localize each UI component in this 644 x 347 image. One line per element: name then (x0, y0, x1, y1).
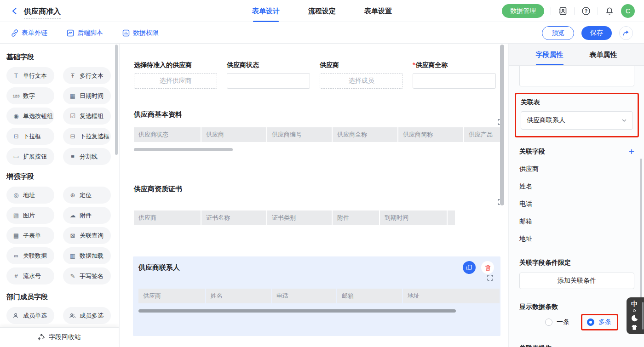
subform-supplier-basic-info[interactable]: 供应商基本资料 供应商状态 供应商 供应商编号 供应商全称 供应商简称 供应产品 (134, 110, 508, 151)
related-field-item[interactable]: 地址 (519, 235, 634, 243)
data-permission-link[interactable]: 数据权限 (122, 29, 159, 37)
field-button-single-line-text[interactable]: T单行文本 (6, 67, 54, 84)
field-button-signature[interactable]: ✎手写签名 (63, 267, 111, 284)
preview-button[interactable]: 预览 (542, 26, 574, 40)
field-button-serial-number[interactable]: #流水号 (6, 267, 54, 284)
field-recycle-bin[interactable]: 字段回收站 (0, 327, 119, 347)
svg-text:?: ? (585, 8, 587, 14)
data-manage-button[interactable]: 数据管理 (502, 4, 544, 18)
field-button-linked-data[interactable]: ∞关联数据 (6, 247, 54, 264)
contact-book-icon[interactable] (558, 6, 568, 16)
field-button-subform[interactable]: ▤子表单 (6, 227, 54, 244)
field-button-datetime[interactable]: ▦日期时间 (63, 87, 111, 104)
save-button[interactable]: 保存 (581, 26, 612, 40)
person-icon (12, 313, 20, 319)
divider-line-icon: ≡ (69, 153, 76, 160)
radio-multiple-label[interactable]: 多条 (598, 318, 611, 326)
floating-input-widget[interactable]: 中 (627, 297, 644, 334)
skin-tshirt-icon[interactable] (631, 324, 638, 330)
field-button-divider-line[interactable]: ≡分割线 (63, 148, 111, 165)
radio-single[interactable] (545, 319, 552, 326)
share-button[interactable] (619, 26, 633, 40)
expand-icon[interactable] (138, 275, 500, 281)
field-button-multi-line-text[interactable]: Ŧ多行文本 (63, 67, 111, 84)
related-field-item[interactable]: 供应商 (519, 165, 634, 173)
mode-dot-icon[interactable] (633, 309, 636, 312)
help-icon[interactable]: ? (581, 6, 591, 16)
tab-flow-setting[interactable]: 流程设定 (308, 0, 336, 22)
field-button-data-load[interactable]: ▥数据加载 (63, 247, 111, 264)
field-button-attachment[interactable]: ☁附件 (63, 207, 111, 224)
linked-data-icon: ∞ (12, 252, 20, 259)
number-icon: 123 (12, 94, 20, 98)
section-title-enhanced-fields: 增强字段 (6, 172, 119, 181)
annotation-rectangle-multiple: 多条 (581, 314, 618, 330)
field-button-address[interactable]: ◎地址 (6, 187, 54, 204)
field-select-supplier-to-admit[interactable]: 选择待准入的供应商 选择供应商 (134, 60, 217, 89)
related-field-item[interactable]: 姓名 (519, 182, 634, 191)
select-supplier-input[interactable]: 选择供应商 (134, 73, 217, 89)
tab-form-setting[interactable]: 表单设置 (364, 0, 392, 22)
language-toggle[interactable]: 中 (631, 301, 638, 307)
radio-single-label[interactable]: 一条 (557, 318, 569, 326)
field-button-linked-query[interactable]: ⊠关联查询 (63, 227, 111, 244)
form-external-link[interactable]: 表单外链 (11, 29, 47, 37)
share-arrow-icon (622, 29, 630, 37)
field-button-member-single[interactable]: 成员单选 (6, 307, 54, 324)
field-button-dropdown[interactable]: ⊡下拉框 (6, 128, 54, 145)
field-button-image[interactable]: ▧图片 (6, 207, 54, 224)
duplicate-button[interactable] (463, 261, 476, 274)
field-supplier-full-name[interactable]: *供应商全称 (413, 60, 496, 89)
subform-supplier-certificates[interactable]: 供应商资质证书 供应商 证书名称 证书类别 附件 到期时间 (134, 184, 508, 225)
canvas-vertical-scrollbar[interactable] (500, 45, 504, 205)
related-table-dropdown[interactable]: 供应商联系人 (521, 111, 633, 130)
radio-multiple[interactable] (587, 319, 594, 326)
annotation-rectangle-related-table: 关联表 供应商联系人 (515, 93, 639, 137)
image-icon: ▧ (12, 212, 20, 219)
backend-script-link[interactable]: 后端脚本 (67, 29, 103, 37)
tab-field-properties[interactable]: 字段属性 (536, 44, 564, 65)
field-supplier-status[interactable]: 供应商状态 (227, 60, 310, 89)
field-button-extend-button[interactable]: ▭扩展按钮 (6, 148, 54, 165)
horizontal-scrollbar[interactable] (138, 309, 456, 313)
subform-table-header: 供应商 姓名 电话 邮箱 地址 (138, 289, 500, 303)
subform-icon: ▤ (12, 232, 20, 239)
panel-vertical-scrollbar[interactable] (640, 159, 642, 298)
field-button-number[interactable]: 123数字 (6, 87, 54, 104)
related-field-item[interactable]: 邮箱 (519, 217, 634, 226)
subform-supplier-contacts-selected[interactable]: 供应商联系人 供应商 姓名 电话 邮箱 地址 (133, 256, 500, 336)
add-related-field-icon[interactable]: + (629, 148, 634, 156)
field-button-checkbox-group[interactable]: ☑复选框组 (63, 108, 111, 125)
tab-form-properties[interactable]: 表单属性 (590, 44, 617, 65)
condition-limit-label: 关联字段条件限定 (519, 259, 634, 267)
select-member-input[interactable]: 选择成员 (320, 73, 403, 89)
page-title[interactable]: 供应商准入 (24, 7, 61, 19)
field-button-location[interactable]: ⊕定位 (63, 187, 111, 204)
add-condition-button[interactable]: 添加关联条件 (519, 273, 634, 289)
data-load-chart-icon: ▥ (69, 252, 76, 259)
supplier-full-name-input[interactable] (413, 73, 496, 89)
field-supplier-member[interactable]: 供应商 选择成员 (320, 60, 403, 89)
expand-icon[interactable] (134, 199, 508, 205)
related-field-item[interactable]: 电话 (519, 200, 634, 208)
field-button-member-multi[interactable]: 成员多选 (63, 307, 111, 324)
horizontal-scrollbar[interactable] (134, 148, 233, 151)
dropdown-icon: ⊡ (12, 133, 20, 140)
delete-button[interactable] (481, 261, 494, 274)
user-avatar[interactable]: C (621, 4, 635, 18)
sidebar-scrollbar[interactable] (115, 45, 118, 155)
divider (574, 7, 575, 15)
field-button-radio-group[interactable]: ◉单选按钮组 (6, 108, 54, 125)
expand-icon[interactable] (134, 119, 508, 125)
widget-handle-bar (642, 302, 644, 330)
field-button-multi-dropdown[interactable]: ⊟下拉复选框 (63, 128, 111, 145)
truncated-input-box[interactable] (519, 66, 634, 86)
supplier-status-input[interactable] (227, 73, 310, 89)
tab-form-design[interactable]: 表单设计 (252, 0, 280, 22)
back-icon[interactable] (9, 6, 20, 17)
pen-icon: ✎ (69, 273, 76, 279)
notification-bell-icon[interactable] (604, 6, 615, 16)
moon-icon[interactable] (631, 314, 638, 322)
radio-icon: ◉ (12, 113, 20, 119)
multi-line-text-icon: Ŧ (69, 72, 76, 79)
